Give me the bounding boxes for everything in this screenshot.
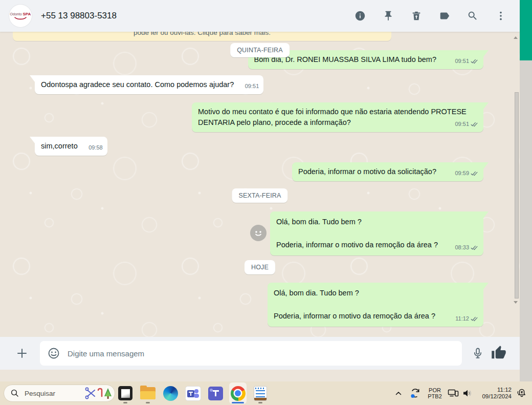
taskbar-app-teams-work[interactable]	[184, 382, 202, 404]
template-smiley-icon	[250, 225, 267, 241]
message-time: 09:51	[455, 119, 469, 130]
search-icon[interactable]	[467, 10, 479, 22]
bubble-tail	[483, 162, 489, 169]
tray-notification-bell-icon[interactable]	[516, 381, 528, 405]
message-outgoing[interactable]: Motivo do meu contato é que foi informad…	[192, 102, 483, 132]
chat-title-phone-number[interactable]: +55 13 98803-5318	[41, 11, 117, 21]
message-text: Poderia, informar o motivo da solicitaçã…	[298, 166, 436, 177]
scrollbar-down-arrow[interactable]	[514, 301, 518, 304]
message-text: Poderia, informar o motivo da remoção da…	[274, 311, 477, 322]
windows-taskbar: Pesquisar POR PTB2	[0, 381, 532, 405]
message-incoming[interactable]: sim,correto 09:58	[35, 137, 107, 156]
message-time: 09:58	[88, 142, 103, 153]
message-text: sim,correto	[41, 141, 78, 152]
scrollbar-up-arrow[interactable]	[514, 36, 518, 39]
delete-icon[interactable]	[410, 10, 423, 22]
double-check-icon	[471, 121, 479, 127]
message-text: Olá, bom dia. Tudo bem ?	[274, 288, 477, 299]
message-meta: 11:12	[455, 313, 479, 324]
double-check-icon	[471, 316, 479, 322]
message-meta: 09:51	[455, 119, 479, 130]
date-badge: QUINTA-FEIRA	[230, 43, 290, 57]
header-actions	[354, 10, 507, 22]
taskbar-app-notepad[interactable]	[252, 382, 269, 404]
pin-icon[interactable]	[382, 10, 394, 22]
message-meta: 08:33	[455, 242, 479, 253]
date-badge: HOJE	[245, 260, 275, 274]
info-icon[interactable]	[354, 10, 366, 22]
tray-clock[interactable]: 11:12 09/12/2024	[476, 381, 512, 405]
tray-time: 11:12	[497, 387, 512, 393]
encryption-banner-text: pode ler ou ouvi-las. Clique para saber …	[134, 32, 271, 36]
tray-date: 09/12/2024	[482, 393, 512, 400]
taskbar-pinned-apps	[117, 382, 269, 404]
bubble-tail	[483, 102, 489, 109]
bubble-tail	[483, 283, 489, 289]
message-meta: 09:59	[455, 168, 479, 179]
avatar-swoosh	[14, 17, 27, 20]
avatar-brand-text: Odonto SPA	[10, 12, 31, 16]
message-outgoing[interactable]: Olá, bom dia. Tudo bem ? Poderia, inform…	[270, 211, 483, 255]
message-incoming[interactable]: Odontospa agradece seu contato. Como pod…	[35, 75, 263, 94]
contact-avatar[interactable]: Odonto SPA	[9, 5, 32, 27]
microphone-icon[interactable]	[472, 347, 484, 361]
message-input[interactable]	[68, 349, 455, 358]
bubble-tail	[483, 50, 489, 57]
composer-bar	[0, 337, 520, 370]
message-input-container	[40, 341, 462, 366]
chat-header: Odonto SPA +55 13 98803-5318	[0, 0, 520, 32]
message-text: Motivo do meu contato é que foi informad…	[198, 106, 477, 128]
double-check-icon	[471, 58, 479, 64]
search-label: Pesquisar	[25, 390, 55, 397]
system-tray: POR PTB2 11:12 09/12/2024	[390, 381, 532, 405]
message-text: Poderia, informar o motivo da remoção da…	[276, 240, 477, 250]
background-window-header	[520, 0, 532, 60]
bubble-tail	[483, 211, 489, 218]
search-icon	[10, 389, 19, 398]
message-meta: 09:58	[88, 142, 103, 153]
attach-plus-icon[interactable]	[15, 347, 29, 360]
message-time: 09:51	[245, 81, 259, 92]
scrollbar-thumb[interactable]	[515, 92, 519, 299]
message-meta: 09:51	[245, 81, 259, 92]
taskbar-app-file-explorer[interactable]	[139, 382, 157, 404]
tray-language-indicator[interactable]: POR PTB2	[426, 381, 444, 405]
taskbar-search[interactable]: Pesquisar	[4, 385, 115, 402]
search-highlight-art	[84, 386, 112, 401]
message-text: Olá, bom dia. Tudo bem ?	[276, 217, 477, 227]
message-text: Odontospa agradece seu contato. Como pod…	[41, 79, 234, 90]
date-badge: SEXTA-FEIRA	[232, 188, 287, 203]
double-check-icon	[471, 245, 479, 250]
bubble-tail	[30, 137, 35, 143]
bubble-tail	[30, 75, 35, 82]
message-time: 11:12	[455, 313, 469, 324]
more-options-icon[interactable]	[495, 10, 507, 22]
message-outgoing[interactable]: Olá, bom dia. Tudo bem ? Poderia, inform…	[268, 283, 483, 327]
label-icon[interactable]	[438, 10, 451, 22]
taskbar-app-teams[interactable]	[207, 382, 224, 404]
thumbs-up-icon[interactable]	[491, 345, 506, 363]
wallpaper-strip	[0, 370, 520, 381]
double-check-icon	[471, 170, 479, 176]
encryption-banner[interactable]: pode ler ou ouvi-las. Clique para saber …	[13, 32, 391, 41]
background-window	[520, 0, 532, 381]
taskbar-app-chrome[interactable]	[229, 382, 247, 404]
emoji-sticker-icon[interactable]	[47, 347, 60, 360]
language-line2: PTB2	[428, 393, 442, 399]
taskbar-app-edge[interactable]	[162, 382, 179, 404]
message-time: 09:51	[455, 56, 469, 67]
message-meta: 09:51	[455, 56, 479, 67]
tray-volume-icon[interactable]	[461, 381, 474, 405]
taskbar-app-dark[interactable]	[117, 382, 134, 404]
message-time: 08:33	[455, 242, 469, 253]
message-time: 09:59	[455, 168, 469, 179]
tray-chevron-up-icon[interactable]	[394, 381, 403, 405]
conversation-panel: pode ler ou ouvi-las. Clique para saber …	[0, 32, 520, 337]
tray-sync-icon[interactable]	[409, 381, 422, 405]
chat-window: Odonto SPA +55 13 98803-5318	[0, 0, 520, 381]
tray-network-icon[interactable]	[447, 381, 459, 405]
message-outgoing[interactable]: Poderia, informar o motivo da solicitaçã…	[292, 162, 483, 181]
language-line1: POR	[429, 387, 441, 393]
